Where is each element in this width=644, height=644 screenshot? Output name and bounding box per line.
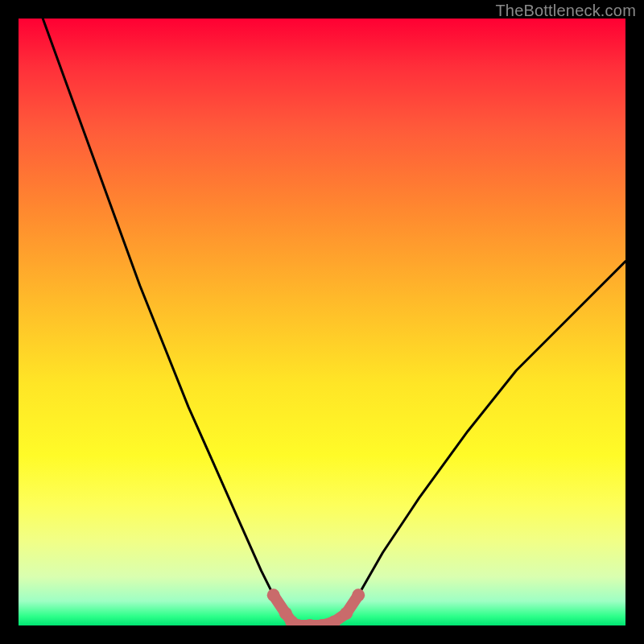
trough-dot bbox=[267, 588, 280, 601]
trough-dot bbox=[352, 588, 365, 601]
bottleneck-curve bbox=[43, 19, 625, 625]
trough-dot bbox=[340, 607, 353, 620]
watermark-text: TheBottleneck.com bbox=[495, 2, 636, 20]
chart-frame: TheBottleneck.com bbox=[0, 0, 644, 644]
chart-plot-area bbox=[19, 19, 625, 625]
chart-svg bbox=[19, 19, 625, 625]
